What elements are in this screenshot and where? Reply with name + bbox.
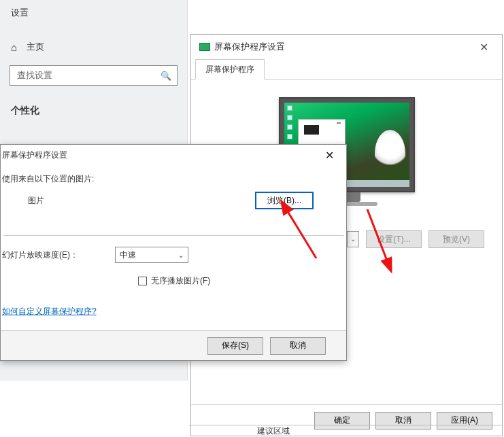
section-personalization: 个性化	[0, 86, 187, 124]
shuffle-label: 无序播放图片(F)	[151, 275, 210, 287]
tab-strip: 屏幕保护程序	[191, 59, 502, 80]
search-icon: 🔍	[161, 71, 171, 81]
speed-value: 中速	[120, 249, 136, 261]
help-link[interactable]: 如何自定义屏幕保护程序?	[1, 287, 346, 317]
nav-home[interactable]: ⌂ 主页	[0, 26, 187, 65]
home-icon: ⌂	[11, 41, 17, 53]
browse-button[interactable]: 浏览(B)...	[255, 192, 314, 209]
cancel-button[interactable]: 取消	[270, 337, 326, 355]
speed-select[interactable]: 中速 ⌄	[115, 247, 188, 263]
save-button[interactable]: 保存(S)	[207, 337, 263, 355]
shuffle-checkbox[interactable]	[138, 277, 147, 285]
speed-label: 幻灯片放映速度(E)：	[2, 249, 104, 261]
bottom-fragment: 建议区域	[189, 425, 502, 437]
preview-button[interactable]: 预览(V)	[429, 230, 484, 248]
picture-folder-label: 图片	[28, 195, 44, 207]
source-label: 使用来自以下位置的图片:	[1, 165, 346, 189]
photo-dialog-title: 屏幕保护程序设置	[1, 150, 67, 161]
screensaver-icon	[199, 43, 210, 51]
close-icon[interactable]: ✕	[321, 149, 338, 162]
screensaver-titlebar: 屏幕保护程序设置 ✕	[191, 35, 502, 59]
close-icon[interactable]: ✕	[474, 39, 494, 55]
tab-screensaver[interactable]: 屏幕保护程序	[195, 59, 265, 80]
search-placeholder: 查找设置	[17, 69, 52, 82]
screensaver-select-partial[interactable]: ⌄	[347, 231, 359, 247]
settings-button[interactable]: 设置(T)...	[366, 230, 422, 248]
photo-settings-dialog: 屏幕保护程序设置 ✕ 使用来自以下位置的图片: 图片 浏览(B)... 幻灯片放…	[0, 144, 347, 361]
search-input[interactable]: 查找设置 🔍	[10, 65, 178, 86]
home-label: 主页	[27, 41, 44, 53]
chevron-down-icon: ⌄	[178, 251, 184, 259]
settings-title: 设置	[0, 0, 187, 26]
screensaver-title: 屏幕保护程序设置	[214, 41, 285, 53]
